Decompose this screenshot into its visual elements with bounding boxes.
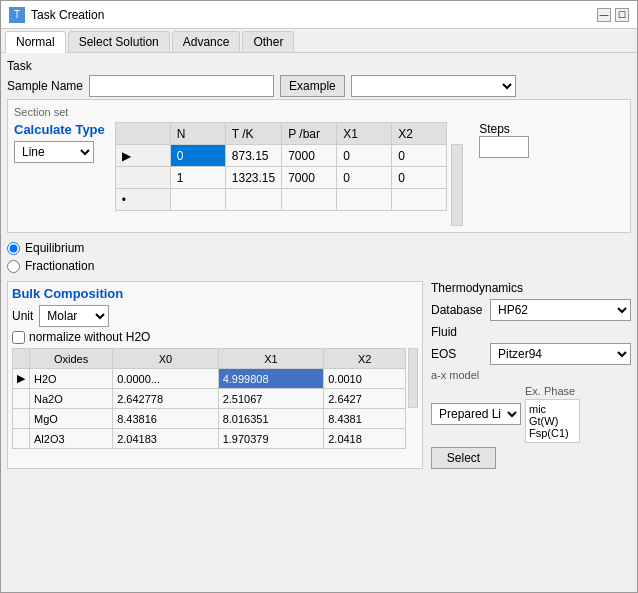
normalize-row: normalize without H2O <box>12 330 418 344</box>
fractionation-radio[interactable] <box>7 260 20 273</box>
bulk-title: Bulk Composition <box>12 286 418 301</box>
maximize-button[interactable]: ☐ <box>615 8 629 22</box>
grid-scrollbar[interactable] <box>451 144 463 226</box>
ax-row: Prepared Lis Custom Ex. Phase mic Gt(W) … <box>431 385 631 443</box>
bulk-x0-mgo[interactable]: 8.43816 <box>113 409 219 429</box>
main-content: Task Sample Name Example Section set Cal… <box>1 53 637 592</box>
sample-name-input[interactable] <box>89 75 274 97</box>
ex-phase-item-gt: Gt(W) <box>529 415 576 427</box>
col-n: N <box>170 123 225 145</box>
eos-select[interactable]: Pitzer94 H2O CO2 <box>490 343 631 365</box>
row-arrow-empty: • <box>115 189 170 211</box>
bulk-row-na2o[interactable]: Na2O 2.642778 2.51067 2.6427 <box>13 389 406 409</box>
steps-input[interactable]: 200 <box>479 136 529 158</box>
col-t: T /K <box>225 123 281 145</box>
task-creation-window: T Task Creation — ☐ Normal Select Soluti… <box>0 0 638 593</box>
cell-t-1[interactable]: 1323.15 <box>225 167 281 189</box>
bulk-x1-na2o[interactable]: 2.51067 <box>218 389 324 409</box>
col-x2: X2 <box>392 123 447 145</box>
minimize-button[interactable]: — <box>597 8 611 22</box>
bulk-oxide-h2o[interactable]: H2O <box>30 369 113 389</box>
cell-x2-0[interactable]: 0 <box>392 145 447 167</box>
tab-other[interactable]: Other <box>242 31 294 52</box>
normalize-checkbox[interactable] <box>12 331 25 344</box>
cell-n-empty <box>170 189 225 211</box>
bulk-arrow-h2o: ▶ <box>13 369 30 389</box>
calculate-type-label: Calculate Type <box>14 122 105 137</box>
bulk-table-container: Oxides X0 X1 X2 ▶ H2O 0.0000... <box>12 348 418 449</box>
bulk-x0-al2o3[interactable]: 2.04183 <box>113 429 219 449</box>
steps-label: Steps <box>479 122 510 136</box>
bulk-col-oxides: Oxides <box>30 349 113 369</box>
bulk-x2-na2o[interactable]: 2.6427 <box>324 389 406 409</box>
calc-type-col: Calculate Type Line Point Grid <box>14 122 105 163</box>
example-button[interactable]: Example <box>280 75 345 97</box>
title-bar: T Task Creation — ☐ <box>1 1 637 29</box>
cell-t-0[interactable]: 873.15 <box>225 145 281 167</box>
ex-phase-item-mic: mic <box>529 403 576 415</box>
tab-normal[interactable]: Normal <box>5 31 66 53</box>
steps-col: Steps 200 <box>479 122 529 158</box>
ex-phase-container: Ex. Phase mic Gt(W) Fsp(C1) <box>525 385 580 443</box>
bulk-col-x0: X0 <box>113 349 219 369</box>
bulk-oxide-al2o3[interactable]: Al2O3 <box>30 429 113 449</box>
cell-x2-1[interactable]: 0 <box>392 167 447 189</box>
bulk-arrow-header <box>13 349 30 369</box>
section-set-box: Section set Calculate Type Line Point Gr… <box>7 99 631 233</box>
bulk-arrow-al2o3 <box>13 429 30 449</box>
select-button[interactable]: Select <box>431 447 496 469</box>
cell-p-0[interactable]: 7000 <box>282 145 337 167</box>
arrow-header <box>115 123 170 145</box>
row-arrow-0: ▶ <box>115 145 170 167</box>
task-row: Task <box>7 59 631 73</box>
bulk-x0-h2o[interactable]: 0.0000... <box>113 369 219 389</box>
bulk-scrollbar[interactable] <box>408 348 418 408</box>
cell-p-1[interactable]: 7000 <box>282 167 337 189</box>
bulk-oxide-na2o[interactable]: Na2O <box>30 389 113 409</box>
col-x1: X1 <box>337 123 392 145</box>
database-select[interactable]: HP62 HP04 HP98 <box>490 299 631 321</box>
ax-model-select[interactable]: Prepared Lis Custom <box>431 403 521 425</box>
tab-advance[interactable]: Advance <box>172 31 241 52</box>
bulk-x2-mgo[interactable]: 8.4381 <box>324 409 406 429</box>
ex-phase-item-fsp: Fsp(C1) <box>529 427 576 439</box>
title-bar-left: T Task Creation <box>9 7 104 23</box>
row-arrow-1 <box>115 167 170 189</box>
grid-container: N T /K P /bar X1 X2 ▶ 0 873.15 <box>115 122 463 226</box>
equilibrium-row: Equilibrium <box>7 241 631 255</box>
grid-row-0[interactable]: ▶ 0 873.15 7000 0 0 <box>115 145 446 167</box>
bulk-x1-h2o[interactable]: 4.999808 <box>218 369 324 389</box>
unit-select[interactable]: Molar Weight Volume <box>39 305 109 327</box>
fractionation-row: Fractionation <box>7 259 631 273</box>
bulk-x0-na2o[interactable]: 2.642778 <box>113 389 219 409</box>
bulk-x1-al2o3[interactable]: 1.970379 <box>218 429 324 449</box>
unit-row: Unit Molar Weight Volume <box>12 305 418 327</box>
cell-n-0[interactable]: 0 <box>170 145 225 167</box>
task-label: Task <box>7 59 32 73</box>
tab-select-solution[interactable]: Select Solution <box>68 31 170 52</box>
equilibrium-radio[interactable] <box>7 242 20 255</box>
bulk-row-al2o3[interactable]: Al2O3 2.04183 1.970379 2.0418 <box>13 429 406 449</box>
bulk-col-x2: X2 <box>324 349 406 369</box>
bulk-x2-al2o3[interactable]: 2.0418 <box>324 429 406 449</box>
bulk-x1-mgo[interactable]: 8.016351 <box>218 409 324 429</box>
example-select[interactable] <box>351 75 516 97</box>
cell-p-empty <box>282 189 337 211</box>
cell-x1-1[interactable]: 0 <box>337 167 392 189</box>
calc-type-section: Calculate Type Line Point Grid N T <box>14 122 624 226</box>
sample-name-row: Sample Name Example <box>7 75 631 97</box>
tabs-bar: Normal Select Solution Advance Other <box>1 29 637 53</box>
sample-name-label: Sample Name <box>7 79 83 93</box>
calculate-type-select[interactable]: Line Point Grid <box>14 141 94 163</box>
bulk-oxide-mgo[interactable]: MgO <box>30 409 113 429</box>
cell-x2-empty <box>392 189 447 211</box>
cell-n-1[interactable]: 1 <box>170 167 225 189</box>
bulk-row-h2o[interactable]: ▶ H2O 0.0000... 4.999808 0.0010 <box>13 369 406 389</box>
bulk-row-mgo[interactable]: MgO 8.43816 8.016351 8.4381 <box>13 409 406 429</box>
app-icon: T <box>9 7 25 23</box>
cell-x1-0[interactable]: 0 <box>337 145 392 167</box>
bulk-x2-h2o[interactable]: 0.0010 <box>324 369 406 389</box>
grid-row-1[interactable]: 1 1323.15 7000 0 0 <box>115 167 446 189</box>
database-row: Database HP62 HP04 HP98 <box>431 299 631 321</box>
bulk-table: Oxides X0 X1 X2 ▶ H2O 0.0000... <box>12 348 406 449</box>
